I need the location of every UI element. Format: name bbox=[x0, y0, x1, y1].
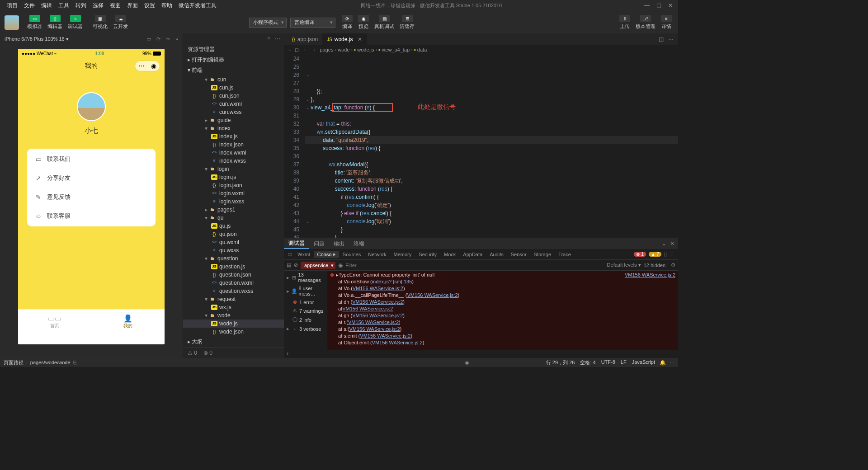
menu-分享好友[interactable]: ↗分享好友 bbox=[27, 169, 156, 188]
explorer-root[interactable]: ▾ 前端 bbox=[183, 65, 284, 75]
tree-question.json[interactable]: {}question.json bbox=[183, 271, 284, 279]
tb-真机调试[interactable]: ▤真机调试 bbox=[373, 14, 396, 31]
bc-bookmark-icon[interactable]: ◻ bbox=[295, 47, 299, 53]
dev-Sensor[interactable]: Sensor bbox=[507, 252, 530, 257]
dev-Mock[interactable]: Mock bbox=[440, 252, 459, 257]
dbg-终端[interactable]: 终端 bbox=[349, 238, 369, 249]
dev-Trace[interactable]: Trace bbox=[555, 252, 575, 257]
tree-index[interactable]: ▾🖿index bbox=[183, 124, 284, 132]
tree-wx.js[interactable]: JSwx.js bbox=[183, 303, 284, 311]
tb-清缓存[interactable]: ≣清缓存 bbox=[398, 14, 416, 31]
filter-7 warnings[interactable]: ⚠7 warnings bbox=[284, 306, 327, 315]
phone-more-icon[interactable]: » bbox=[175, 36, 178, 42]
dev-Network[interactable]: Network bbox=[364, 252, 390, 257]
editor-more-icon[interactable]: ⋯ bbox=[668, 36, 674, 42]
inspect-icon[interactable]: ▭ bbox=[288, 251, 292, 257]
dev-Storage[interactable]: Storage bbox=[530, 252, 555, 257]
explorer-menu-icon[interactable]: ≡ bbox=[267, 36, 270, 42]
dev-Console[interactable]: Console bbox=[314, 251, 339, 258]
tb-预览[interactable]: ◉预览 bbox=[356, 14, 371, 31]
explorer-open-editors[interactable]: ▸ 打开的编辑器 bbox=[183, 55, 284, 65]
dev-Memory[interactable]: Memory bbox=[390, 252, 415, 257]
dbg-输出[interactable]: 输出 bbox=[329, 238, 349, 249]
warn-badge[interactable]: ▲ 7 bbox=[649, 252, 661, 257]
tree-login[interactable]: ▾🖿login bbox=[183, 165, 284, 173]
dev-Security[interactable]: Security bbox=[415, 252, 440, 257]
tb-调试器[interactable]: ⌁调试器 bbox=[66, 14, 85, 31]
bc-back-icon[interactable]: ← bbox=[302, 47, 307, 53]
phone-refresh-icon[interactable]: ⟳ bbox=[156, 36, 160, 42]
tb-编辑器[interactable]: {}编辑器 bbox=[46, 14, 64, 31]
dev-expand-icon[interactable]: ▯ bbox=[664, 251, 667, 257]
status-eye-icon[interactable]: ◉ bbox=[465, 360, 469, 366]
console-filter-input[interactable] bbox=[345, 263, 604, 268]
close-icon[interactable]: ✕ bbox=[666, 2, 675, 9]
tree-cun.json[interactable]: {}cun.json bbox=[183, 92, 284, 100]
mode-select[interactable]: 小程序模式 bbox=[249, 18, 287, 28]
status-path[interactable]: pages/wode/wode bbox=[30, 360, 71, 365]
tab-wode.js[interactable]: JSwode.js✕ bbox=[322, 33, 367, 45]
menu-工具[interactable]: 工具 bbox=[55, 2, 72, 9]
menu-编辑[interactable]: 编辑 bbox=[38, 2, 55, 9]
tree-index.wxss[interactable]: #index.wxss bbox=[183, 157, 284, 165]
tree-cun.js[interactable]: JScun.js bbox=[183, 84, 284, 92]
warn-icon[interactable]: ⚠ 0 bbox=[188, 350, 197, 356]
console-prompt[interactable]: › bbox=[284, 350, 678, 358]
dbg-调试器[interactable]: 调试器 bbox=[284, 238, 309, 249]
console-clear-icon[interactable]: ⊘ bbox=[294, 262, 298, 268]
tree-cun[interactable]: ▾🖿cun bbox=[183, 75, 284, 84]
tb-编译[interactable]: ⟳编译 bbox=[340, 14, 354, 31]
tree-login.wxml[interactable]: <>login.wxml bbox=[183, 189, 284, 197]
tree-index.js[interactable]: JSindex.js bbox=[183, 132, 284, 141]
tree-index.json[interactable]: {}index.json bbox=[183, 141, 284, 149]
level-select[interactable]: Default levels ▾ bbox=[607, 262, 641, 268]
tree-qu.wxss[interactable]: #qu.wxss bbox=[183, 246, 284, 254]
explorer-more-icon[interactable]: ⋯ bbox=[275, 36, 280, 42]
context-select[interactable]: appservice bbox=[301, 262, 335, 269]
menu-帮助[interactable]: 帮助 bbox=[158, 2, 175, 9]
menu-微信开发者工具[interactable]: 微信开发者工具 bbox=[175, 2, 220, 9]
explorer-outline[interactable]: ▸ 大纲 bbox=[183, 337, 284, 347]
crumb-view_a4_tap[interactable]: ▪ view_a4_tap bbox=[378, 47, 410, 52]
err-icon[interactable]: ⊗ 0 bbox=[203, 350, 212, 356]
tb-版本管理[interactable]: ⎇版本管理 bbox=[634, 14, 657, 31]
tree-question[interactable]: ▾🖿question bbox=[183, 254, 284, 263]
phone-rotate-icon[interactable]: ▭ bbox=[146, 36, 151, 42]
tb-云开发[interactable]: ☁云开发 bbox=[111, 14, 130, 31]
crumb-pages[interactable]: pages bbox=[320, 47, 333, 52]
menu-选择[interactable]: 选择 bbox=[90, 2, 107, 9]
filter-3 verbose[interactable]: ▸◦3 verbose bbox=[284, 324, 327, 333]
menu-界面[interactable]: 界面 bbox=[124, 2, 141, 9]
filter-2 info[interactable]: ⓘ2 info bbox=[284, 315, 327, 324]
dev-more-icon[interactable]: ⋮ bbox=[670, 251, 675, 257]
console-gear-icon[interactable]: ⚙ bbox=[671, 262, 675, 268]
tree-guide[interactable]: ▸🖿guide bbox=[183, 116, 284, 124]
tree-login.wxss[interactable]: #login.wxss bbox=[183, 197, 284, 206]
nav-首页[interactable]: ▭▭首页 bbox=[18, 310, 91, 334]
dbg-close-icon[interactable]: ✕ bbox=[670, 240, 675, 247]
dbg-问题[interactable]: 问题 bbox=[309, 238, 329, 249]
status-LF[interactable]: LF bbox=[621, 359, 627, 366]
capsule-button[interactable]: ⋯◉ bbox=[135, 61, 160, 71]
tab-app.json[interactable]: {}app.json bbox=[288, 33, 322, 45]
dev-AppData[interactable]: AppData bbox=[459, 252, 486, 257]
tree-qu.wxml[interactable]: <>qu.wxml bbox=[183, 238, 284, 246]
tree-request[interactable]: ▾🖿request bbox=[183, 295, 284, 303]
split-icon[interactable]: ◫ bbox=[659, 36, 664, 42]
tb-上传[interactable]: ⇧上传 bbox=[618, 14, 632, 31]
phone-cut-icon[interactable]: ✂ bbox=[166, 36, 170, 42]
status-UTF-8[interactable]: UTF-8 bbox=[601, 359, 615, 366]
tree-cun.wxml[interactable]: <>cun.wxml bbox=[183, 100, 284, 108]
menu-文件[interactable]: 文件 bbox=[21, 2, 38, 9]
menu-联系客服[interactable]: ☺联系客服 bbox=[27, 207, 156, 226]
menu-视图[interactable]: 视图 bbox=[107, 2, 124, 9]
status-JavaScript[interactable]: JavaScript bbox=[632, 359, 655, 366]
error-badge[interactable]: ⊗ 1 bbox=[634, 252, 646, 257]
bell-icon[interactable]: 🔔 bbox=[660, 360, 666, 366]
tree-question.wxss[interactable]: #question.wxss bbox=[183, 287, 284, 295]
dev-Wxml[interactable]: Wxml bbox=[294, 252, 314, 257]
menu-联系我们[interactable]: ▭联系我们 bbox=[27, 150, 156, 169]
filter-13 messages[interactable]: ▸⊟13 messages bbox=[284, 271, 327, 284]
menu-意见反馈[interactable]: ✎意见反馈 bbox=[27, 188, 156, 207]
tree-question.wxml[interactable]: <>question.wxml bbox=[183, 279, 284, 287]
